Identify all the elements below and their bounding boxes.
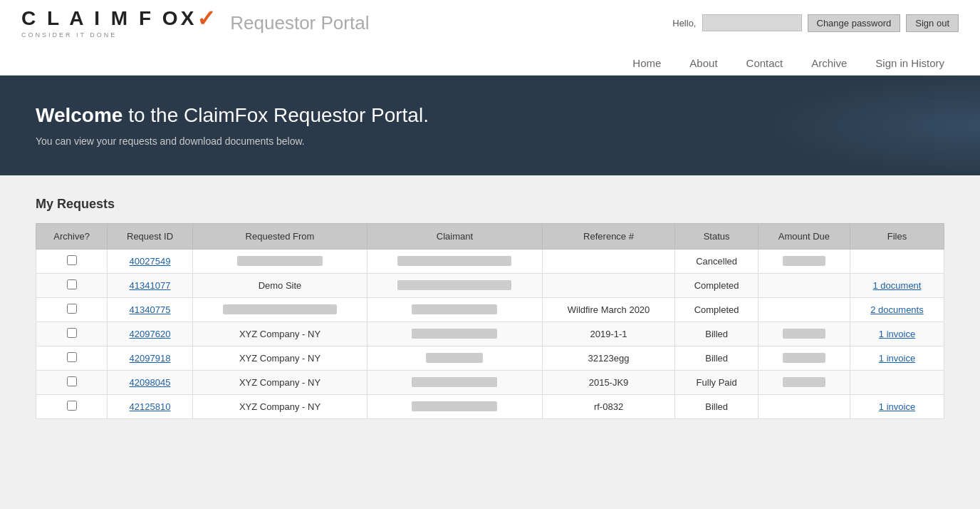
table-body: 40027549 Cancelled 41341077 Demo Site Co… [36, 250, 944, 419]
logo-area: C L A I M F O X ✓ CONSIDER IT DONE Reque… [21, 7, 369, 38]
reference-cell: 2019-1-1 [542, 322, 675, 346]
request-id-link[interactable]: 42098045 [130, 377, 171, 388]
archive-checkbox[interactable] [67, 376, 77, 386]
claimant-cell [368, 322, 542, 346]
header: C L A I M F O X ✓ CONSIDER IT DONE Reque… [0, 0, 980, 76]
files-cell: 1 document [850, 274, 944, 298]
table-row: 42097918 XYZ Company - NY 32123egg Bille… [36, 346, 944, 371]
blurred-field [397, 256, 511, 266]
table-row: 40027549 Cancelled [36, 250, 944, 274]
col-reference: Reference # [542, 224, 675, 250]
blurred-field [237, 256, 323, 266]
claimant-cell [368, 298, 542, 322]
request-id-link[interactable]: 41341077 [130, 280, 171, 291]
request-id-link[interactable]: 42097918 [130, 353, 171, 364]
portal-title: Requestor Portal [230, 12, 369, 34]
files-cell: 1 invoice [850, 395, 944, 419]
table-row: 42125810 XYZ Company - NY rf-0832 Billed… [36, 395, 944, 419]
request-id-link[interactable]: 42125810 [130, 401, 171, 412]
request-id-cell: 42097918 [108, 346, 192, 371]
request-id-cell: 41340775 [108, 298, 192, 322]
username-field[interactable] [702, 14, 802, 31]
checkmark-icon: ✓ [197, 7, 219, 30]
logo: C L A I M F O X ✓ CONSIDER IT DONE [21, 7, 219, 38]
col-status: Status [675, 224, 759, 250]
request-id-cell: 42097620 [108, 322, 192, 346]
status-cell: Billed [675, 395, 759, 419]
col-request-id: Request ID [108, 224, 192, 250]
request-id-link[interactable]: 42097620 [130, 329, 171, 339]
archive-checkbox[interactable] [67, 304, 77, 314]
nav-item-archive[interactable]: Archive [797, 51, 861, 75]
blurred-field [223, 304, 337, 314]
requested-from-cell [192, 250, 367, 274]
reference-cell: rf-0832 [542, 395, 675, 419]
hero-heading-bold: Welcome [36, 104, 123, 126]
requested-from-cell: XYZ Company - NY [192, 346, 367, 371]
col-files: Files [850, 224, 944, 250]
status-cell: Completed [675, 298, 759, 322]
nav-item-sign-in-history[interactable]: Sign in History [861, 51, 959, 75]
status-cell: Cancelled [675, 250, 759, 274]
change-password-button[interactable]: Change password [808, 14, 901, 32]
amount-due-cell [758, 371, 850, 395]
claimant-cell [368, 346, 542, 371]
hero-heading: Welcome to the ClaimFox Requestor Portal… [36, 104, 944, 127]
file-link[interactable]: 1 invoice [879, 329, 915, 339]
claimant-cell [368, 274, 542, 298]
blurred-field [783, 256, 825, 266]
file-link[interactable]: 1 invoice [879, 401, 915, 412]
blurred-field [412, 401, 497, 411]
files-cell [850, 250, 944, 274]
archive-checkbox[interactable] [67, 255, 77, 265]
logo-tagline: CONSIDER IT DONE [21, 31, 117, 38]
request-id-cell: 40027549 [108, 250, 192, 274]
claimant-cell [368, 250, 542, 274]
claimant-cell [368, 371, 542, 395]
sign-out-button[interactable]: Sign out [906, 14, 959, 32]
file-link[interactable]: 1 invoice [879, 353, 915, 364]
header-right: Hello, Change password Sign out [672, 14, 959, 32]
col-archive: Archive? [36, 224, 108, 250]
nav-item-home[interactable]: Home [618, 51, 675, 75]
request-id-link[interactable]: 40027549 [130, 256, 171, 267]
table-row: 42098045 XYZ Company - NY 2015-JK9 Fully… [36, 371, 944, 395]
status-cell: Fully Paid [675, 371, 759, 395]
archive-checkbox[interactable] [67, 401, 77, 411]
logo-x: X [181, 7, 197, 30]
requested-from-cell [192, 298, 367, 322]
file-link[interactable]: 2 documents [870, 304, 923, 315]
table-row: 42097620 XYZ Company - NY 2019-1-1 Bille… [36, 322, 944, 346]
amount-due-cell [758, 250, 850, 274]
archive-checkbox[interactable] [67, 352, 77, 362]
logo-text: C L A I M F O X ✓ [21, 7, 219, 30]
col-amount-due: Amount Due [758, 224, 850, 250]
archive-checkbox[interactable] [67, 279, 77, 289]
file-link[interactable]: 1 document [873, 280, 922, 291]
hero-banner: Welcome to the ClaimFox Requestor Portal… [0, 76, 980, 175]
amount-due-cell [758, 395, 850, 419]
table-header-row: Archive? Request ID Requested From Claim… [36, 224, 944, 250]
hello-text: Hello, [672, 18, 696, 29]
request-id-link[interactable]: 41340775 [130, 304, 171, 315]
reference-cell: 32123egg [542, 346, 675, 371]
col-claimant: Claimant [368, 224, 542, 250]
nav-item-about[interactable]: About [675, 51, 731, 75]
reference-cell [542, 250, 675, 274]
reference-cell: Wildfire March 2020 [542, 298, 675, 322]
nav-item-contact[interactable]: Contact [732, 51, 798, 75]
archive-cell [36, 250, 108, 274]
blurred-field [783, 353, 825, 363]
blurred-field [426, 353, 483, 363]
blurred-field [412, 377, 497, 387]
amount-due-cell [758, 346, 850, 371]
blurred-field [783, 377, 825, 387]
section-title: My Requests [36, 197, 944, 212]
archive-checkbox[interactable] [67, 328, 77, 338]
header-top: C L A I M F O X ✓ CONSIDER IT DONE Reque… [21, 0, 959, 46]
hero-heading-rest: to the ClaimFox Requestor Portal. [123, 104, 429, 126]
amount-due-cell [758, 322, 850, 346]
main-nav: Home About Contact Archive Sign in Histo… [21, 46, 959, 75]
status-cell: Billed [675, 322, 759, 346]
archive-cell [36, 322, 108, 346]
